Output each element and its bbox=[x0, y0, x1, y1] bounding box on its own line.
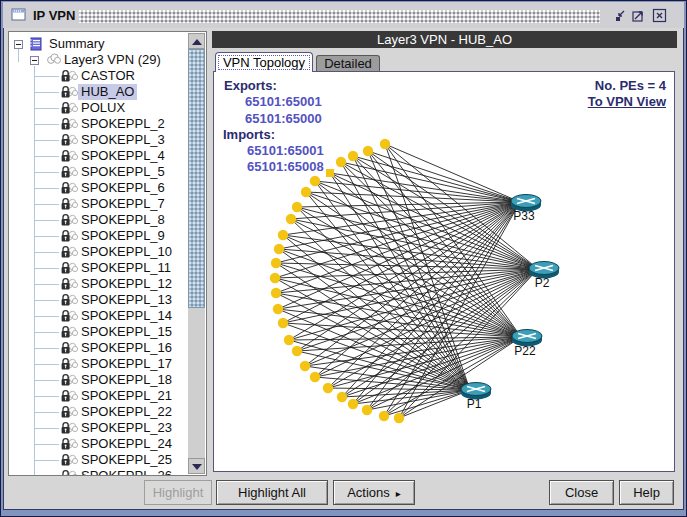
tree-guide-stub bbox=[34, 332, 59, 333]
scrollbar-up-button[interactable] bbox=[188, 33, 205, 49]
tree-item-spokeppl-17[interactable]: SPOKEPPL_17 bbox=[9, 356, 188, 372]
tree-item-polux[interactable]: POLUX bbox=[9, 100, 188, 116]
tree-item-spokeppl-3[interactable]: SPOKEPPL_3 bbox=[9, 132, 188, 148]
pe-node-p22[interactable]: P22 bbox=[512, 330, 542, 359]
ce-node[interactable] bbox=[286, 214, 296, 224]
topology-edge bbox=[367, 337, 521, 410]
tree-item-spokeppl-5[interactable]: SPOKEPPL_5 bbox=[9, 164, 188, 180]
tree-guide-stub bbox=[34, 380, 59, 381]
ce-node[interactable] bbox=[284, 335, 294, 345]
tree-item-label: SPOKEPPL_2 bbox=[78, 116, 168, 132]
tree-item-spokeppl-25[interactable]: SPOKEPPL_25 bbox=[9, 452, 188, 468]
topology-edge bbox=[341, 162, 520, 202]
ce-node[interactable] bbox=[363, 146, 373, 156]
scrollbar-thumb[interactable] bbox=[188, 49, 205, 308]
ce-node[interactable] bbox=[300, 361, 310, 371]
ce-node[interactable] bbox=[301, 187, 311, 197]
ce-node[interactable] bbox=[278, 230, 288, 240]
tree-item-spokeppl-18[interactable]: SPOKEPPL_18 bbox=[9, 372, 188, 388]
panel-title-bar: Layer3 VPN - HUB_AO bbox=[212, 31, 677, 48]
tree-item-spokeppl-8[interactable]: SPOKEPPL_8 bbox=[9, 212, 188, 228]
tree-item-label: SPOKEPPL_21 bbox=[78, 388, 175, 404]
actions-button[interactable]: Actions▸ bbox=[333, 480, 415, 505]
tree-item-spokeppl-12[interactable]: SPOKEPPL_12 bbox=[9, 276, 188, 292]
tree-item-spokeppl-13[interactable]: SPOKEPPL_13 bbox=[9, 292, 188, 308]
maximize-icon[interactable] bbox=[630, 8, 645, 23]
tree-item-label: SPOKEPPL_26 bbox=[78, 468, 175, 476]
pe-node-label: P33 bbox=[513, 209, 535, 223]
tree-item-spokeppl-22[interactable]: SPOKEPPL_22 bbox=[9, 404, 188, 420]
tree-item-spokeppl-7[interactable]: SPOKEPPL_7 bbox=[9, 196, 188, 212]
ce-node[interactable] bbox=[270, 273, 280, 283]
tree-item-spokeppl-9[interactable]: SPOKEPPL_9 bbox=[9, 228, 188, 244]
ce-node[interactable] bbox=[379, 411, 389, 421]
tree-item-spokeppl-2[interactable]: SPOKEPPL_2 bbox=[9, 116, 188, 132]
help-button[interactable]: Help bbox=[619, 480, 674, 505]
tree-expand-handle[interactable] bbox=[30, 56, 39, 65]
tree-guide-stub bbox=[34, 220, 59, 221]
highlight-all-button[interactable]: Highlight All bbox=[216, 480, 328, 505]
minimize-icon[interactable] bbox=[613, 8, 628, 23]
dropdown-arrow-icon: ▸ bbox=[396, 488, 401, 499]
ce-node[interactable] bbox=[278, 318, 288, 328]
ce-node[interactable] bbox=[348, 399, 358, 409]
tree-guide-stub bbox=[34, 428, 59, 429]
ce-node[interactable] bbox=[348, 151, 358, 161]
tab-detailed[interactable]: Detailed bbox=[316, 55, 380, 72]
tree-item-label: Layer3 VPN (29) bbox=[61, 52, 164, 68]
tab-vpn-topology[interactable]: VPN Topology bbox=[215, 52, 313, 72]
tree-item-spokeppl-15[interactable]: SPOKEPPL_15 bbox=[9, 324, 188, 340]
ce-node[interactable] bbox=[326, 169, 334, 177]
scrollbar-down-button[interactable] bbox=[188, 458, 205, 474]
tree-guide-stub bbox=[34, 252, 59, 253]
tree-item-spokeppl-4[interactable]: SPOKEPPL_4 bbox=[9, 148, 188, 164]
tree-item-layer3-vpn-29[interactable]: Layer3 VPN (29) bbox=[9, 52, 188, 68]
tree-item-spokeppl-24[interactable]: SPOKEPPL_24 bbox=[9, 436, 188, 452]
tree-guide-stub bbox=[34, 188, 59, 189]
pe-node-p1[interactable]: P1 bbox=[461, 383, 491, 412]
tree-item-spokeppl-26[interactable]: SPOKEPPL_26 bbox=[9, 468, 188, 476]
tree-item-label: SPOKEPPL_8 bbox=[78, 212, 168, 228]
tree-scrollbar[interactable] bbox=[188, 33, 205, 474]
tree-item-spokeppl-11[interactable]: SPOKEPPL_11 bbox=[9, 260, 188, 276]
tree-item-spokeppl-6[interactable]: SPOKEPPL_6 bbox=[9, 180, 188, 196]
ce-node[interactable] bbox=[310, 176, 320, 186]
tree-item-label: SPOKEPPL_5 bbox=[78, 164, 168, 180]
ce-node[interactable] bbox=[362, 405, 372, 415]
tree-item-castor[interactable]: CASTOR bbox=[9, 68, 188, 84]
ce-node[interactable] bbox=[292, 202, 302, 212]
to-vpn-view-link[interactable]: To VPN View bbox=[588, 94, 666, 110]
tree-guide-stub bbox=[34, 92, 59, 93]
pe-node-p2[interactable]: P2 bbox=[529, 262, 559, 291]
tree-item-spokeppl-23[interactable]: SPOKEPPL_23 bbox=[9, 420, 188, 436]
highlight-button: Highlight bbox=[144, 480, 212, 505]
close-icon[interactable] bbox=[652, 8, 667, 23]
ce-node[interactable] bbox=[394, 413, 404, 423]
close-button[interactable]: Close bbox=[549, 480, 614, 505]
import-value: 65101:65008 bbox=[247, 159, 324, 175]
tree-item-hub-ao[interactable]: HUB_AO bbox=[9, 84, 188, 100]
button-label: Highlight bbox=[153, 485, 204, 500]
tree-guide-stub bbox=[34, 364, 59, 365]
ce-node[interactable] bbox=[336, 157, 346, 167]
tree-item-spokeppl-14[interactable]: SPOKEPPL_14 bbox=[9, 308, 188, 324]
ce-node[interactable] bbox=[271, 288, 281, 298]
ce-node[interactable] bbox=[310, 372, 320, 382]
ce-node[interactable] bbox=[380, 139, 390, 149]
ce-node[interactable] bbox=[271, 258, 281, 268]
pe-node-p33[interactable]: P33 bbox=[511, 195, 541, 224]
titlebar[interactable]: IP VPN bbox=[3, 2, 684, 29]
ce-node[interactable] bbox=[273, 304, 283, 314]
ce-node[interactable] bbox=[337, 392, 347, 402]
export-value: 65101:65001 bbox=[245, 94, 322, 110]
ce-node[interactable] bbox=[274, 244, 284, 254]
tree-item-spokeppl-16[interactable]: SPOKEPPL_16 bbox=[9, 340, 188, 356]
vpn-topology-view: Exports: 65101:65001 65101:65000 Imports… bbox=[213, 71, 675, 472]
tree-item-spokeppl-21[interactable]: SPOKEPPL_21 bbox=[9, 388, 188, 404]
cloud-icon bbox=[45, 53, 62, 69]
tree-expand-handle[interactable] bbox=[14, 40, 23, 49]
tree-item-summary[interactable]: Summary bbox=[9, 36, 188, 52]
ce-node[interactable] bbox=[292, 346, 302, 356]
tree-item-spokeppl-10[interactable]: SPOKEPPL_10 bbox=[9, 244, 188, 260]
ce-node[interactable] bbox=[323, 383, 333, 393]
